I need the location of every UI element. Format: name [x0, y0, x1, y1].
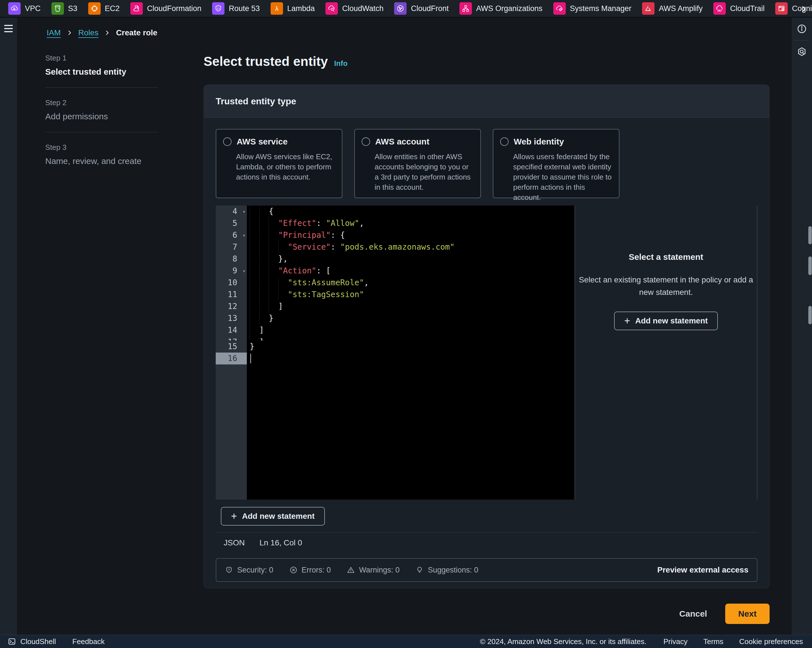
- indent-guide: [250, 217, 259, 229]
- text-cursor: [250, 354, 251, 363]
- info-panel-button[interactable]: [792, 18, 812, 40]
- trusted-entity-card-aws-service[interactable]: AWS serviceAllow AWS services like EC2, …: [216, 129, 342, 198]
- service-shortcut-vpc[interactable]: VPC: [3, 2, 46, 15]
- lambda-icon: λ: [270, 2, 283, 15]
- editor-line[interactable]: 10"sts:AssumeRole",: [216, 277, 574, 289]
- breadcrumb-item-iam[interactable]: IAM: [47, 28, 61, 37]
- indent-guide: [250, 324, 259, 336]
- trusted-entity-card-aws-account[interactable]: AWS accountAllow entities in other AWS a…: [354, 129, 481, 198]
- indent-guide: [250, 289, 259, 300]
- breadcrumb-item-create-role: Create role: [116, 28, 157, 37]
- code-text: ]: [247, 324, 264, 336]
- radio-button[interactable]: [223, 137, 232, 146]
- service-shortcut-label: Route 53: [229, 4, 260, 13]
- line-number: 15: [216, 341, 247, 352]
- breadcrumb-chevron-icon: [104, 30, 110, 36]
- line-number: 17: [216, 336, 247, 341]
- service-shortcut-route-53[interactable]: 53Route 53: [207, 2, 265, 15]
- service-shortcut-aws-amplify[interactable]: AWS Amplify: [637, 2, 708, 15]
- code-text: }: [247, 341, 255, 352]
- add-new-statement-label: Add new statement: [635, 316, 708, 325]
- vpc-icon: [8, 2, 21, 15]
- indent-guide: [269, 300, 278, 313]
- scrollbar-thumb[interactable]: [808, 226, 812, 244]
- trusted-entity-card-web-identity[interactable]: Web identityAllows users federated by th…: [493, 129, 620, 198]
- footer-link-privacy[interactable]: Privacy: [664, 637, 688, 646]
- editor-line[interactable]: 13}: [216, 313, 574, 324]
- lint-errors: Errors: 0: [289, 566, 331, 575]
- editor-line[interactable]: 8},: [216, 253, 574, 265]
- service-shortcut-ec2[interactable]: EC2: [83, 2, 125, 15]
- indent-guide: [259, 277, 269, 289]
- code-text: {: [247, 206, 273, 217]
- editor-line[interactable]: 4▾{: [216, 206, 574, 217]
- fold-caret-icon[interactable]: ▾: [243, 206, 246, 217]
- indent-guide: [259, 300, 269, 313]
- editor-line[interactable]: 11"sts:TagSession": [216, 289, 574, 300]
- info-link[interactable]: Info: [334, 56, 348, 71]
- line-number: 5: [216, 217, 247, 229]
- fold-caret-icon[interactable]: ▾: [243, 229, 246, 241]
- service-shortcut-s3[interactable]: S3: [46, 2, 83, 15]
- hamburger-menu-icon[interactable]: [4, 25, 13, 32]
- indent-guide: [250, 313, 259, 324]
- preview-external-access-link[interactable]: Preview external access: [657, 566, 748, 575]
- editor-line[interactable]: 15}: [216, 341, 574, 352]
- editor-line[interactable]: 16: [216, 352, 574, 364]
- route53-icon: 53: [212, 2, 224, 15]
- editor-line[interactable]: 12]: [216, 300, 574, 313]
- editor-line[interactable]: 9▾"Action": [: [216, 265, 574, 277]
- radio-button[interactable]: [362, 137, 370, 146]
- feedback-button[interactable]: Feedback: [72, 637, 105, 646]
- service-shortcut-label: CloudTrail: [730, 4, 765, 13]
- footer-link-cookie-preferences[interactable]: Cookie preferences: [739, 637, 803, 646]
- shield-icon: [225, 566, 233, 574]
- cursor-position: Ln 16, Col 0: [259, 538, 302, 547]
- card-title: AWS service: [237, 137, 287, 146]
- favorites-overflow-chevron-icon[interactable]: [797, 3, 810, 15]
- cancel-button[interactable]: Cancel: [678, 609, 709, 619]
- indent-guide: [269, 229, 278, 241]
- indent-guide: [278, 277, 288, 289]
- editor-line[interactable]: 6▾"Principal": {: [216, 229, 574, 241]
- side-nav-strip: [0, 18, 17, 635]
- service-shortcut-aws-organizations[interactable]: AWS Organizations: [454, 2, 548, 15]
- card-description: Allow entities in other AWS accounts bel…: [375, 151, 473, 192]
- editor-line[interactable]: 5"Effect": "Allow",: [216, 217, 574, 229]
- hexagon-q-icon: [797, 46, 807, 57]
- next-button[interactable]: Next: [725, 604, 769, 624]
- main-panel: Select trusted entity Info Trusted entit…: [204, 54, 769, 624]
- line-number: 13: [216, 313, 247, 324]
- assistant-panel-button[interactable]: [792, 40, 812, 63]
- add-new-statement-button-editor[interactable]: + Add new statement: [221, 507, 325, 526]
- scrollbar-thumb[interactable]: [808, 256, 812, 275]
- footer-link-terms[interactable]: Terms: [704, 637, 723, 646]
- indent-guide: [259, 253, 269, 265]
- radio-button[interactable]: [500, 137, 509, 146]
- policy-editor[interactable]: 4▾{5"Effect": "Allow",6▾"Principal": {7"…: [216, 206, 575, 500]
- cloudshell-button[interactable]: CloudShell: [8, 637, 56, 646]
- cognito-icon: [775, 2, 788, 15]
- copyright-text: © 2024, Amazon Web Services, Inc. or its…: [480, 637, 646, 646]
- cloudtrail-icon: [713, 2, 726, 15]
- service-shortcut-cloudfront[interactable]: CloudFront: [389, 2, 454, 15]
- service-shortcut-cloudtrail[interactable]: CloudTrail: [708, 2, 770, 15]
- scrollbar-thumb[interactable]: [808, 306, 812, 324]
- indent-guide: [269, 265, 278, 277]
- indent-guide: [269, 289, 278, 300]
- service-shortcut-cloudformation[interactable]: CloudFormation: [125, 2, 207, 15]
- fold-caret-icon[interactable]: ▾: [243, 265, 246, 277]
- editor-line[interactable]: 14]: [216, 324, 574, 336]
- editor-line[interactable]: 7"Service": "pods.eks.amazonaws.com": [216, 241, 574, 253]
- add-new-statement-button[interactable]: + Add new statement: [614, 311, 718, 330]
- editor-line[interactable]: 17]: [216, 336, 574, 341]
- breadcrumb-item-roles[interactable]: Roles: [78, 28, 99, 37]
- indent-guide: [250, 265, 259, 277]
- section-header: Trusted entity type: [204, 85, 769, 117]
- service-shortcut-lambda[interactable]: λLambda: [265, 2, 321, 15]
- card-header: Web identity: [500, 137, 612, 146]
- indent-guide: [278, 241, 288, 253]
- service-shortcut-systems-manager[interactable]: Systems Manager: [548, 2, 637, 15]
- service-shortcut-cloudwatch[interactable]: CloudWatch: [320, 2, 389, 15]
- console-footer: CloudShell Feedback © 2024, Amazon Web S…: [0, 635, 812, 648]
